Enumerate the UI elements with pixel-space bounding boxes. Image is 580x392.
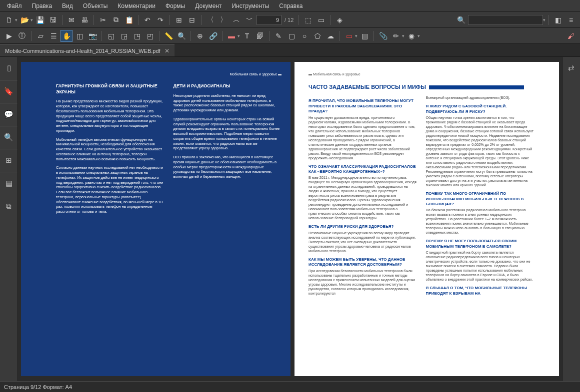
faq-a: Не существует доказательств вреда, причи… bbox=[308, 115, 417, 160]
open-icon[interactable]: 📂 bbox=[18, 14, 30, 26]
marker-icon[interactable]: ✏ bbox=[390, 30, 402, 42]
tab-title: Mobile-Communications-and-Health_2014_RU… bbox=[5, 48, 160, 54]
faq-q: ПОЧЕМУ Я НЕ МОГУ ПОЛЬЗОВАТЬСЯ СВОИМ МОБИ… bbox=[426, 239, 534, 249]
ruler-icon[interactable]: 📏 bbox=[162, 30, 174, 42]
page-down-icon[interactable]: ﹀ bbox=[244, 14, 256, 26]
mail-icon[interactable]: ✉ bbox=[66, 14, 78, 26]
page-header-left: Мобильная связь и здоровье ▬ bbox=[56, 72, 282, 76]
para: На рынке представлено множество видов ра… bbox=[56, 99, 164, 133]
copy-icon[interactable]: ⧉ bbox=[110, 14, 122, 26]
snapshot-icon[interactable]: 📷 bbox=[86, 30, 98, 42]
menu-objects[interactable]: Объекты bbox=[78, 2, 113, 9]
redrect-icon[interactable]: ▭ bbox=[343, 30, 355, 42]
stamp-icon[interactable]: ◉ bbox=[406, 30, 418, 42]
form-icon[interactable]: ☰ bbox=[48, 30, 60, 42]
search-icon[interactable]: 🔍 bbox=[455, 14, 467, 26]
properties-icon[interactable]: ⇄ bbox=[562, 60, 580, 76]
cloud-icon[interactable]: ☁ bbox=[324, 30, 336, 42]
redo-icon[interactable]: ↷ bbox=[154, 14, 166, 26]
undo-icon[interactable]: ↶ bbox=[142, 14, 154, 26]
main-toolbar: 🗋▾ 📂▾ 💾 🖫 ✉ 🖶 ✂ ⧉ 📋 ↶ ↷ ⊞ ⊟ 〈 〉 ︿ ﹀ / 12… bbox=[0, 12, 580, 28]
tabbar: Mobile-Communications-and-Health_2014_RU… bbox=[0, 44, 580, 57]
poly-icon[interactable]: ⬠ bbox=[312, 30, 324, 42]
paste-icon[interactable]: 📋 bbox=[123, 14, 135, 26]
note-icon[interactable]: 🗐 bbox=[254, 30, 266, 42]
tool1-icon[interactable]: ◧ bbox=[552, 14, 564, 26]
faq-q: ПОЧЕМУ ТАК МНОГО ОГРАНИЧЕНИЙ ПО ИСПОЛЬЗО… bbox=[426, 191, 534, 207]
main-area: ▯ 🔖 💬 🔍 ⊞ ▤ ⧉ Мобильная связь и здоровье… bbox=[0, 57, 580, 381]
highlight-icon[interactable]: ▬ bbox=[226, 30, 238, 42]
pointer-icon[interactable]: ▶ bbox=[3, 30, 15, 42]
faq-title: ЧАСТО ЗАДАВАЕМЫЕ ВОПРОСЫ И МИФЫ bbox=[308, 83, 534, 90]
search-input[interactable] bbox=[468, 15, 543, 25]
faq-q: Я СЛЫШАЛ О ТОМ, ЧТО МОБИЛЬНЫЕ ТЕЛЕФОНЫ П… bbox=[426, 286, 534, 296]
menu-tools[interactable]: Инструменты bbox=[226, 2, 274, 9]
para: Некоторые родители озабочены, не наносит… bbox=[174, 93, 282, 113]
faq-a: При исследовании безопасности мобильных … bbox=[308, 269, 417, 296]
new-icon[interactable]: 🗋 bbox=[3, 14, 15, 26]
tools-toolbar: ▶ Ⓣ ▱ ☰ ✋ ◫ 📷 ◱ ◲ ◳ ◰ 📏 🔍 ⊕ 🔗 ▬▾ T 🗐 ✎ ▢… bbox=[0, 28, 580, 44]
menu-file[interactable]: Файл bbox=[2, 2, 27, 9]
menu-view[interactable]: Вид bbox=[57, 2, 78, 9]
attach-icon[interactable]: 📎 bbox=[377, 30, 389, 42]
search-panel-icon[interactable]: 🔍 bbox=[0, 126, 18, 145]
faq-a: Стандартной практикой на борту самолета … bbox=[426, 250, 534, 282]
page-right: ▬ Мобильная связь и здоровье ЧАСТО ЗАДАВ… bbox=[294, 62, 559, 376]
heading-children: ДЕТИ И РАДИОСИГНАЛЫ bbox=[174, 83, 282, 89]
pen-icon[interactable]: ✎ bbox=[272, 30, 284, 42]
cut-icon[interactable]: ✂ bbox=[97, 14, 109, 26]
menu-forms[interactable]: Формы bbox=[160, 2, 190, 9]
fitpage-icon[interactable]: ▭ bbox=[315, 14, 327, 26]
ocr-icon[interactable]: ◈ bbox=[334, 14, 346, 26]
align3-icon[interactable]: ◳ bbox=[131, 30, 143, 42]
zoom-icon[interactable]: 🔍 bbox=[176, 30, 188, 42]
menu-comments[interactable]: Комментарии bbox=[112, 2, 160, 9]
fitwidth-icon[interactable]: ⬚ bbox=[302, 14, 314, 26]
edit-icon[interactable]: ▱ bbox=[34, 30, 46, 42]
snap-icon[interactable]: ⊟ bbox=[186, 14, 198, 26]
page-number-input[interactable] bbox=[256, 15, 282, 25]
textselect-icon[interactable]: Ⓣ bbox=[16, 30, 28, 42]
left-sidebar: ▯ 🔖 💬 🔍 ⊞ ▤ ⧉ bbox=[0, 57, 18, 381]
align4-icon[interactable]: ◰ bbox=[144, 30, 156, 42]
bookmarks-icon[interactable]: 🔖 bbox=[0, 80, 18, 99]
paint-icon[interactable]: 🖌 bbox=[565, 30, 577, 42]
save-icon[interactable]: 💾 bbox=[34, 14, 46, 26]
faq-a: Общая научная точка зрения заключается в… bbox=[426, 115, 534, 187]
document-viewport[interactable]: Мобильная связь и здоровье ▬ ГАРНИТУРЫ Г… bbox=[18, 57, 562, 381]
oval-icon[interactable]: ○ bbox=[298, 30, 310, 42]
rect-icon[interactable]: ▢ bbox=[286, 30, 298, 42]
prev-page-icon[interactable]: 〈 bbox=[204, 14, 216, 26]
saveas-icon[interactable]: 🖫 bbox=[47, 14, 59, 26]
text-tool-icon[interactable]: T bbox=[241, 30, 253, 42]
align1-icon[interactable]: ◱ bbox=[105, 30, 117, 42]
add-icon[interactable]: ⊕ bbox=[194, 30, 206, 42]
right-sidebar: ⇄ bbox=[562, 57, 580, 381]
status-text: Страница 9/12 Формат: A4 bbox=[4, 384, 72, 390]
menu-document[interactable]: Документ bbox=[190, 2, 226, 9]
layers-icon[interactable]: ▤ bbox=[0, 172, 18, 191]
align2-icon[interactable]: ◲ bbox=[118, 30, 130, 42]
print-icon[interactable]: 🖶 bbox=[78, 14, 90, 26]
thumbnails-icon[interactable]: ⊞ bbox=[0, 149, 18, 168]
hand-icon[interactable]: ✋ bbox=[60, 30, 72, 42]
grid-icon[interactable]: ⊞ bbox=[173, 14, 185, 26]
edit2-icon[interactable]: ▤ bbox=[358, 30, 370, 42]
settings-icon[interactable]: ≡ bbox=[565, 14, 577, 26]
next-page-icon[interactable]: 〉 bbox=[218, 14, 230, 26]
link-icon[interactable]: 🔗 bbox=[207, 30, 219, 42]
menu-edit[interactable]: Правка bbox=[27, 2, 58, 9]
select-icon[interactable]: ◫ bbox=[74, 30, 86, 42]
comments-panel-icon[interactable]: 💬 bbox=[0, 103, 18, 122]
document-tab[interactable]: Mobile-Communications-and-Health_2014_RU… bbox=[0, 44, 174, 56]
menu-help[interactable]: Справка bbox=[274, 2, 308, 9]
page-up-icon[interactable]: ︿ bbox=[230, 14, 242, 26]
faq-q: Я ЖИВУ РЯДОМ С БАЗОВОЙ СТАНЦИЕЙ. ПОДВЕРГ… bbox=[426, 104, 534, 114]
pages-panel-icon[interactable]: ▯ bbox=[0, 60, 18, 76]
heading-handsfree: ГАРНИТУРЫ ГРОМКОЙ СВЯЗИ И ЗАЩИТНЫЕ ЭКРАН… bbox=[56, 83, 164, 95]
close-icon[interactable]: ✕ bbox=[164, 47, 170, 54]
para: Мобильный телефон автоматически функцион… bbox=[56, 137, 164, 162]
attachments-icon[interactable]: ⧉ bbox=[0, 195, 18, 214]
faq-a: В мае 2011 г. Международное агентство по… bbox=[308, 175, 417, 220]
menubar: Файл Правка Вид Объекты Комментарии Форм… bbox=[0, 0, 580, 12]
